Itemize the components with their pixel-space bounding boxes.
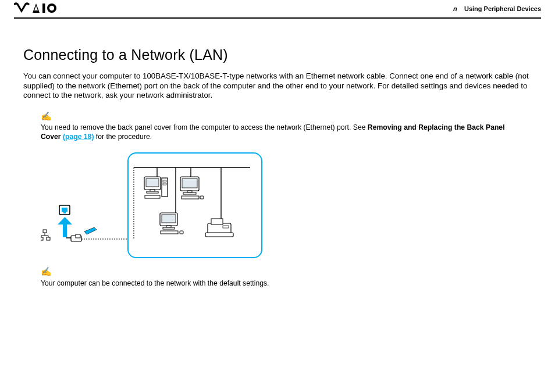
network-boundary bbox=[128, 153, 262, 258]
up-arrow-icon bbox=[58, 217, 72, 237]
desktop-computer-icon bbox=[144, 177, 168, 198]
page-content: Connecting to a Network (LAN) You can co… bbox=[23, 47, 532, 288]
svg-rect-24 bbox=[182, 179, 197, 188]
svg-rect-27 bbox=[182, 196, 199, 199]
ethernet-port-icon bbox=[59, 205, 70, 215]
note-1: ✍ You need to remove the back panel cove… bbox=[41, 111, 526, 142]
svg-rect-8 bbox=[63, 224, 67, 237]
vaio-logo bbox=[14, 2, 61, 14]
desktop-computer-icon bbox=[180, 177, 204, 199]
svg-rect-14 bbox=[76, 234, 80, 238]
svg-rect-6 bbox=[62, 208, 67, 212]
svg-rect-32 bbox=[163, 227, 175, 229]
svg-rect-12 bbox=[47, 237, 50, 240]
svg-rect-0 bbox=[42, 3, 45, 13]
page-18-link[interactable]: (page 18) bbox=[63, 133, 94, 141]
svg-rect-20 bbox=[162, 178, 168, 197]
intro-paragraph: You can connect your computer to 100BASE… bbox=[23, 72, 532, 101]
page-title: Connecting to a Network (LAN) bbox=[23, 47, 532, 63]
note-1-text-post: for the procedure. bbox=[94, 133, 152, 141]
svg-rect-16 bbox=[146, 179, 159, 187]
svg-rect-10 bbox=[43, 230, 47, 233]
section-title: n Using Peripheral Devices bbox=[453, 5, 541, 12]
svg-rect-7 bbox=[63, 212, 66, 213]
svg-rect-36 bbox=[211, 219, 223, 224]
svg-rect-26 bbox=[183, 193, 196, 194]
network-diagram bbox=[41, 150, 390, 255]
note-1-text-pre: You need to remove the back panel cover … bbox=[41, 123, 368, 131]
svg-point-2 bbox=[49, 6, 54, 10]
note-icon: ✍ bbox=[41, 111, 526, 123]
note-icon: ✍ bbox=[41, 266, 526, 278]
svg-rect-18 bbox=[147, 191, 158, 193]
network-tree-icon bbox=[41, 230, 50, 240]
svg-rect-28 bbox=[200, 196, 204, 199]
svg-rect-35 bbox=[208, 223, 231, 234]
svg-rect-19 bbox=[145, 195, 160, 198]
svg-rect-37 bbox=[205, 233, 233, 237]
note-2: ✍ Your computer can be connected to the … bbox=[41, 266, 526, 288]
svg-rect-33 bbox=[161, 231, 178, 234]
page-header: 103 n Using Peripheral Devices bbox=[14, 0, 541, 19]
svg-marker-9 bbox=[58, 217, 72, 224]
svg-rect-34 bbox=[180, 231, 183, 234]
svg-rect-30 bbox=[162, 215, 176, 223]
note-2-text: Your computer can be connected to the ne… bbox=[41, 279, 269, 287]
printer-icon bbox=[205, 219, 233, 237]
svg-rect-11 bbox=[41, 237, 43, 240]
desktop-computer-icon bbox=[160, 213, 183, 234]
